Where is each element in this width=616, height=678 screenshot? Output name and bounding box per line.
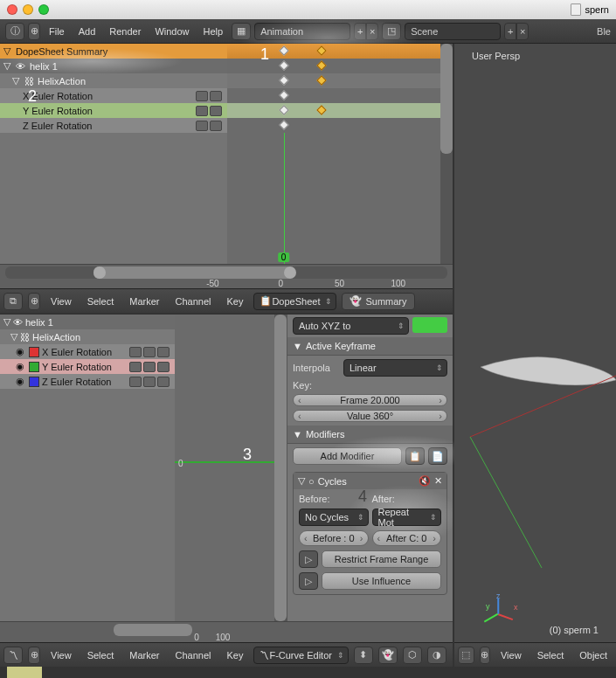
menu-select[interactable]: Select: [82, 293, 120, 310]
selected-only-icon[interactable]: ◑: [427, 647, 446, 664]
auto-color-icon[interactable]: [412, 317, 447, 333]
graph-ruler[interactable]: 0 100: [0, 621, 453, 642]
menu-marker[interactable]: Marker: [124, 293, 164, 310]
menu-file[interactable]: File: [44, 23, 70, 40]
menu-marker[interactable]: Marker: [124, 647, 164, 664]
delete-scene-icon[interactable]: ×: [516, 23, 529, 40]
copy-modifiers-icon[interactable]: 📋: [405, 447, 425, 465]
add-scene-icon[interactable]: +: [504, 23, 516, 40]
auto-xyz-dropdown[interactable]: Auto XYZ to: [293, 317, 409, 335]
graph-curve-area[interactable]: 0 3: [175, 315, 287, 621]
lock-icon[interactable]: [143, 377, 156, 387]
active-keyframe-panel-header[interactable]: ▼Active Keyframe: [287, 337, 453, 356]
dopesheet-ruler[interactable]: -50 0 50 100: [0, 264, 453, 288]
menu-select[interactable]: Select: [82, 647, 120, 664]
dope-scroll-v[interactable]: [440, 44, 453, 264]
expand-icon[interactable]: ⊕: [28, 647, 40, 664]
ghost-icon[interactable]: 👻: [378, 647, 398, 664]
mute-icon[interactable]: [129, 362, 142, 372]
mute-icon[interactable]: [129, 347, 142, 357]
menu-window[interactable]: Window: [149, 23, 194, 40]
editor-type-graph-icon[interactable]: 〽: [3, 647, 23, 664]
modifiers-panel-header[interactable]: ▼Modifiers: [287, 425, 453, 444]
delete-screen-icon[interactable]: ×: [366, 23, 378, 40]
handles-icon[interactable]: ⬡: [403, 647, 422, 664]
fmodifier-header[interactable]: ▽○Cycles🔇✕: [294, 473, 446, 489]
graph-action-row[interactable]: ▽⛓HelixAction: [0, 329, 175, 344]
graph-scroll-v[interactable]: [274, 315, 287, 621]
expand-menu-icon[interactable]: ⊕: [28, 23, 40, 40]
menu-add[interactable]: Add: [73, 23, 101, 40]
menu-help[interactable]: Help: [198, 23, 229, 40]
summary-toggle[interactable]: 👻Summary: [342, 293, 414, 310]
menu-key[interactable]: Key: [221, 647, 248, 664]
lock-icon[interactable]: [143, 347, 156, 357]
menu-key[interactable]: Key: [221, 293, 248, 310]
scene-browse-icon[interactable]: ◳: [382, 23, 401, 40]
scene-field[interactable]: Scene: [405, 23, 501, 40]
mute-modifier-icon[interactable]: 🔇: [419, 475, 431, 487]
restrict-range-button[interactable]: Restrict Frame Range: [322, 550, 441, 568]
screen-layout-field[interactable]: Animation: [254, 23, 350, 40]
interpolation-dropdown[interactable]: Linear: [343, 359, 447, 377]
menu-object[interactable]: Object: [574, 647, 613, 664]
graph-object-row[interactable]: ▽👁helix 1: [0, 315, 175, 329]
dopesheet-object-row[interactable]: ▽👁helix 1: [0, 59, 227, 73]
menu-view[interactable]: View: [495, 647, 527, 664]
close-window-icon[interactable]: [7, 4, 17, 15]
add-screen-icon[interactable]: +: [354, 23, 366, 40]
paste-modifiers-icon[interactable]: 📄: [428, 447, 447, 465]
graph-scroll-h[interactable]: [114, 624, 192, 636]
expand-icon[interactable]: ⊕: [480, 647, 490, 664]
graph-mode-dropdown[interactable]: 〽F-Curve Editor: [253, 647, 349, 664]
dopesheet-channel-z[interactable]: Z Euler Rotation: [0, 118, 227, 133]
mute-icon[interactable]: [196, 91, 208, 101]
expand-icon[interactable]: ⊕: [28, 293, 40, 310]
dopesheet-mode-dropdown[interactable]: 📋DopeSheet: [253, 293, 336, 310]
menu-view[interactable]: View: [45, 293, 77, 310]
key-value-field[interactable]: Value 360°: [293, 410, 447, 422]
dopesheet-summary-row[interactable]: ▽DopeSheet Summary: [0, 44, 227, 59]
graph-channel-z[interactable]: ◉Z Euler Rotation: [0, 374, 175, 389]
menu-view[interactable]: View: [45, 647, 77, 664]
minimize-window-icon[interactable]: [23, 4, 33, 15]
before-mode-dropdown[interactable]: No Cycles: [299, 508, 369, 526]
channel-label: Z Euler Rotation: [23, 121, 92, 131]
zoom-window-icon[interactable]: [38, 4, 49, 15]
menu-select[interactable]: Select: [532, 647, 570, 664]
influence-expand-icon[interactable]: ▷: [299, 572, 318, 590]
timeline-editor[interactable]: [0, 667, 616, 678]
mod-icon[interactable]: [157, 377, 170, 387]
mod-icon[interactable]: [157, 362, 170, 372]
mute-icon[interactable]: [196, 106, 208, 116]
editor-type-icon[interactable]: ⓘ: [5, 23, 24, 40]
restrict-expand-icon[interactable]: ▷: [299, 550, 318, 568]
lock-icon[interactable]: [210, 91, 222, 101]
editor-type-dopesheet-icon[interactable]: ⧉: [3, 293, 23, 310]
mod-icon[interactable]: [157, 347, 170, 357]
lock-icon[interactable]: [210, 121, 222, 131]
mute-icon[interactable]: [129, 377, 142, 387]
add-modifier-button[interactable]: Add Modifier: [293, 447, 402, 465]
delete-modifier-icon[interactable]: ✕: [434, 475, 442, 487]
mute-icon[interactable]: [196, 121, 208, 131]
graph-channel-y[interactable]: ◉Y Euler Rotation: [0, 359, 175, 374]
editor-type-3dview-icon[interactable]: ⬚: [458, 647, 474, 664]
normalize-icon[interactable]: ⬍: [354, 647, 373, 664]
screen-browse-icon[interactable]: ▦: [232, 23, 251, 40]
after-mode-dropdown[interactable]: Repeat Mot: [372, 508, 442, 526]
key-frame-field[interactable]: Frame 20.000: [293, 394, 447, 406]
menu-channel[interactable]: Channel: [170, 293, 216, 310]
dope-scroll-h[interactable]: [5, 266, 447, 279]
menu-render[interactable]: Render: [104, 23, 146, 40]
dopesheet-action-row[interactable]: ▽⛓HelixAction: [0, 73, 227, 88]
use-influence-button[interactable]: Use Influence: [322, 572, 441, 590]
3d-viewport[interactable]: User Persp x y z (0) sperm 1 ⬚ ⊕ View Se…: [454, 44, 616, 667]
before-count-field[interactable]: Before : 0: [299, 530, 369, 546]
dopesheet-key-area[interactable]: 0 1: [227, 44, 453, 264]
menu-channel[interactable]: Channel: [170, 647, 216, 664]
after-count-field[interactable]: After C: 0: [372, 530, 442, 546]
lock-icon[interactable]: [210, 106, 222, 116]
lock-icon[interactable]: [143, 362, 156, 372]
graph-channel-x[interactable]: ◉X Euler Rotation: [0, 344, 175, 359]
